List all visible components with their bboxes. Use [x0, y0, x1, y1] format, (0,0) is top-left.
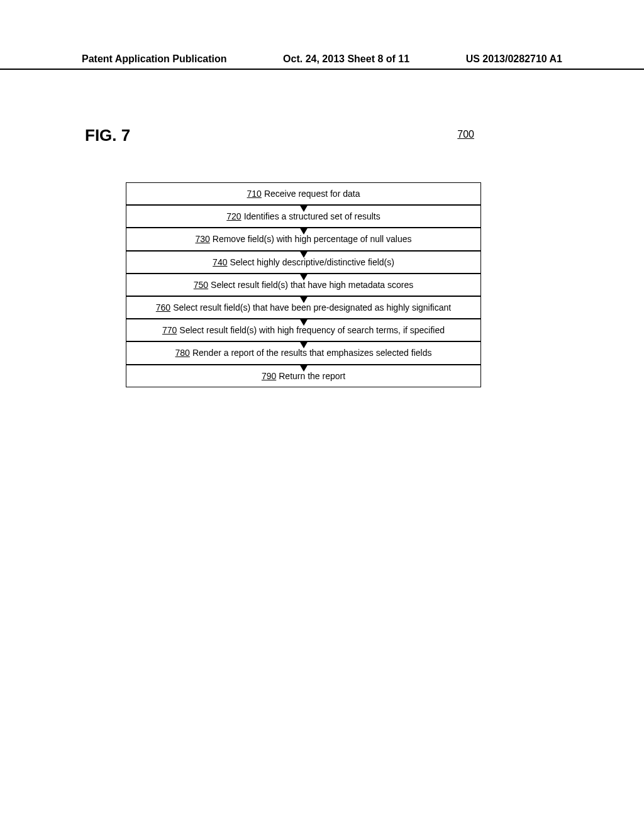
step-text: Remove field(s) with high percentage of …: [213, 234, 412, 244]
step-text: Select result field(s) that have high me…: [211, 280, 413, 290]
patent-page: Patent Application Publication Oct. 24, …: [0, 0, 644, 830]
figure-label: FIG. 7: [85, 126, 130, 145]
step-text: Select result field(s) with high frequen…: [179, 325, 445, 335]
step-num: 750: [194, 280, 208, 290]
step-text: Identifies a structured set of results: [244, 211, 380, 221]
step-text: Select highly descriptive/distinctive fi…: [230, 257, 394, 267]
header-right: US 2013/0282710 A1: [466, 53, 562, 65]
figure-number: 700: [457, 129, 474, 140]
step-text: Return the report: [279, 371, 345, 381]
step-num: 780: [175, 348, 190, 358]
step-num: 760: [156, 302, 170, 313]
step-text: Render a report of the results that emph…: [192, 348, 432, 358]
step-num: 710: [247, 189, 262, 199]
step-710: 710Receive request for data: [126, 182, 481, 205]
header-left: Patent Application Publication: [82, 53, 227, 65]
step-num: 730: [195, 234, 209, 244]
step-num: 720: [226, 211, 241, 221]
step-num: 790: [262, 371, 276, 381]
step-text: Receive request for data: [264, 189, 360, 199]
step-text: Select result field(s) that have been pr…: [173, 302, 451, 313]
flowchart: 710Receive request for data 720Identifie…: [126, 182, 481, 387]
header-center: Oct. 24, 2013 Sheet 8 of 11: [283, 53, 409, 65]
page-header: Patent Application Publication Oct. 24, …: [0, 53, 644, 70]
step-num: 740: [213, 257, 227, 267]
step-num: 770: [162, 325, 177, 335]
